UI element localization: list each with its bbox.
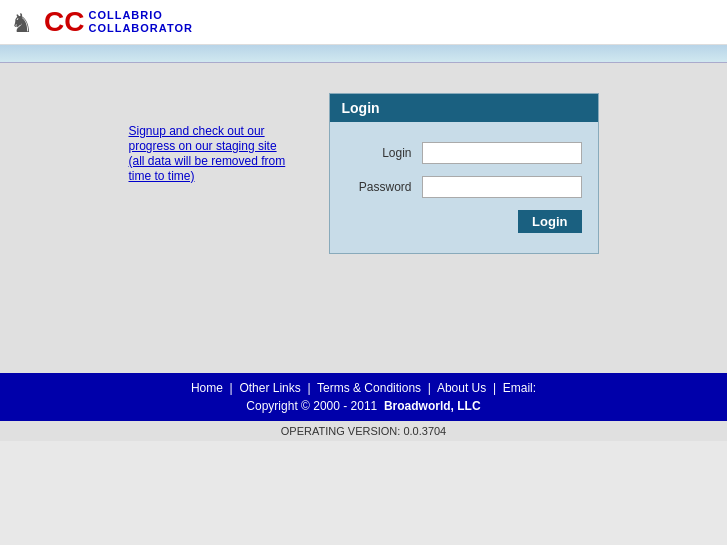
separator4: | [490, 381, 500, 395]
login-label: Login [346, 146, 422, 160]
login-box-title: Login [330, 94, 598, 122]
separator2: | [304, 381, 314, 395]
logo-text-block: Collabrio Collaborator [88, 9, 192, 35]
footer: Home | Other Links | Terms & Conditions … [0, 373, 727, 421]
company-name: Broadworld, LLC [384, 399, 481, 413]
login-button-row: Login [346, 210, 582, 233]
login-field-row: Login [346, 142, 582, 164]
footer-link-other-links[interactable]: Other Links [239, 381, 300, 395]
password-label: Password [346, 180, 422, 194]
signup-section: Signup and check out our progress on our… [129, 123, 289, 183]
footer-link-home[interactable]: Home [191, 381, 223, 395]
logo-line2: Collaborator [88, 22, 192, 35]
logo[interactable]: ♞ CC Collabrio Collaborator [10, 6, 193, 38]
login-button[interactable]: Login [518, 210, 581, 233]
logo-line1: Collabrio [88, 9, 192, 22]
main-content: Signup and check out our progress on our… [0, 63, 727, 373]
footer-version: OPERATING VERSION: 0.0.3704 [0, 421, 727, 441]
separator1: | [226, 381, 236, 395]
footer-copyright: Copyright © 2000 - 2011 Broadworld, LLC [0, 399, 727, 413]
signup-link[interactable]: Signup and check out our progress on our… [129, 124, 286, 183]
password-field-row: Password [346, 176, 582, 198]
login-box: Login Login Password Login [329, 93, 599, 254]
footer-link-terms[interactable]: Terms & Conditions [317, 381, 421, 395]
header: ♞ CC Collabrio Collaborator [0, 0, 727, 45]
footer-email-label: Email: [503, 381, 536, 395]
login-box-body: Login Password Login [330, 122, 598, 253]
separator3: | [424, 381, 434, 395]
footer-links: Home | Other Links | Terms & Conditions … [0, 381, 727, 395]
nav-bar [0, 45, 727, 63]
password-input[interactable] [422, 176, 582, 198]
login-input[interactable] [422, 142, 582, 164]
svg-text:♞: ♞ [10, 8, 33, 38]
knight-icon: ♞ [10, 6, 38, 38]
copyright-text: Copyright © 2000 - 2011 [246, 399, 377, 413]
footer-link-about[interactable]: About Us [437, 381, 486, 395]
logo-cc-text: CC [44, 8, 84, 36]
